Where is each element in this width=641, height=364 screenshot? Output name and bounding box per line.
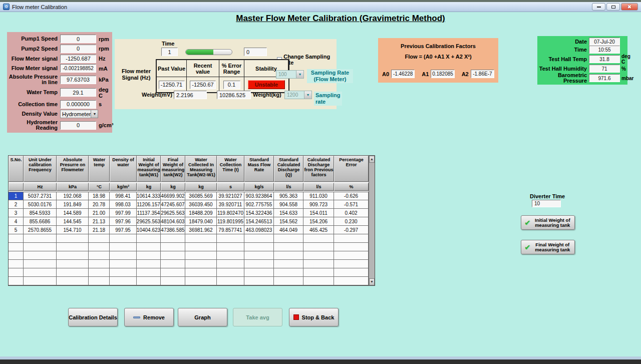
table-cell[interactable]: 905.363 xyxy=(274,192,303,200)
table-cell[interactable]: 36039.450 xyxy=(185,200,217,209)
table-cell[interactable]: 21.13 xyxy=(89,217,110,226)
table-cell[interactable]: 4 xyxy=(9,217,24,226)
table-cell[interactable] xyxy=(9,268,24,277)
table-cell[interactable]: 5030.0176 xyxy=(24,200,57,209)
scroll-up-icon[interactable]: ▲ xyxy=(369,156,375,163)
table-cell[interactable] xyxy=(185,243,217,251)
table-cell[interactable] xyxy=(334,277,369,285)
table-cell[interactable]: 0.402 xyxy=(334,209,369,217)
table-cell[interactable] xyxy=(185,251,217,260)
table-cell[interactable] xyxy=(244,243,274,251)
table-cell[interactable] xyxy=(89,260,110,268)
table-cell[interactable]: 192.068 xyxy=(57,192,89,200)
final-weight-button[interactable]: ✔ Final Weight of measuring tank xyxy=(521,240,575,254)
error-range-input[interactable]: 0.1 xyxy=(223,81,240,89)
table-cell[interactable]: 854.5933 xyxy=(24,209,57,217)
table-cell[interactable]: 46699.902 xyxy=(161,192,185,200)
table-cell[interactable] xyxy=(161,234,185,243)
table-cell[interactable]: 10614.333 xyxy=(137,192,161,200)
table-cell[interactable]: 5 xyxy=(9,226,24,234)
table-cell[interactable]: 463.098023 xyxy=(244,226,274,234)
diverter-time-input[interactable]: 10 xyxy=(532,200,561,207)
table-cell[interactable] xyxy=(244,234,274,243)
table-cell[interactable] xyxy=(217,277,244,285)
table-cell[interactable] xyxy=(274,277,303,285)
table-cell[interactable]: 18488.209 xyxy=(185,209,217,217)
table-cell[interactable] xyxy=(274,243,303,251)
table-cell[interactable]: 11206.157 xyxy=(137,200,161,209)
table-cell[interactable]: -0.571 xyxy=(334,200,369,209)
initial-weight-button[interactable]: ✔ Initial Weight of measuring tank xyxy=(521,215,575,230)
table-cell[interactable] xyxy=(89,243,110,251)
table-cell[interactable] xyxy=(217,251,244,260)
table-cell[interactable] xyxy=(57,268,89,277)
table-cell[interactable] xyxy=(24,251,57,260)
table-cell[interactable] xyxy=(334,268,369,277)
table-cell[interactable]: 464.049 xyxy=(274,226,303,234)
table-cell[interactable]: 2570.8655 xyxy=(24,226,57,234)
table-cell[interactable]: 36981.962 xyxy=(185,226,217,234)
table-cell[interactable] xyxy=(137,277,161,285)
table-cell[interactable] xyxy=(110,260,137,268)
table-cell[interactable] xyxy=(303,243,334,251)
table-cell[interactable]: 119.802470 xyxy=(217,209,244,217)
table-cell[interactable]: 48104.603 xyxy=(161,217,185,226)
sampling-rate-weight-dropdown[interactable]: 1200 ▼ xyxy=(284,91,312,99)
table-cell[interactable] xyxy=(161,277,185,285)
table-cell[interactable] xyxy=(89,251,110,260)
table-cell[interactable] xyxy=(137,260,161,268)
table-cell[interactable]: 144.589 xyxy=(57,209,89,217)
table-cell[interactable] xyxy=(244,277,274,285)
table-cell[interactable]: 154.011 xyxy=(303,209,334,217)
table-cell[interactable]: 998.03 xyxy=(110,200,137,209)
table-cell[interactable] xyxy=(244,251,274,260)
table-cell[interactable] xyxy=(110,268,137,277)
table-cell[interactable] xyxy=(161,260,185,268)
scroll-down-icon[interactable]: ▼ xyxy=(369,278,375,285)
density-value-dropdown[interactable]: Hydrometer ▼ xyxy=(60,110,98,118)
table-cell[interactable] xyxy=(137,268,161,277)
table-cell[interactable]: 1 xyxy=(9,192,24,200)
minimize-button[interactable] xyxy=(592,3,605,11)
stop-back-button[interactable]: Stop & Back xyxy=(289,308,339,326)
table-cell[interactable] xyxy=(137,234,161,243)
take-avg-button[interactable]: Take avg xyxy=(233,308,282,326)
table-cell[interactable] xyxy=(9,277,24,285)
table-cell[interactable] xyxy=(217,243,244,251)
table-cell[interactable]: 18.98 xyxy=(89,192,110,200)
table-cell[interactable]: 997.96 xyxy=(110,217,137,226)
table-cell[interactable] xyxy=(9,234,24,243)
table-cell[interactable]: 36085.569 xyxy=(185,192,217,200)
table-cell[interactable]: 29625.563 xyxy=(161,209,185,217)
table-cell[interactable] xyxy=(89,268,110,277)
table-cell[interactable]: 154.633 xyxy=(274,209,303,217)
chevron-down-icon[interactable]: ▼ xyxy=(304,91,311,99)
table-cell[interactable] xyxy=(57,243,89,251)
table-cell[interactable] xyxy=(185,260,217,268)
table-cell[interactable] xyxy=(110,234,137,243)
table-cell[interactable] xyxy=(110,243,137,251)
table-scrollbar[interactable]: ▲ ▼ xyxy=(369,156,375,285)
table-cell[interactable]: 119.801995 xyxy=(217,217,244,226)
table-cell[interactable] xyxy=(24,243,57,251)
table-cell[interactable] xyxy=(303,260,334,268)
table-cell[interactable] xyxy=(217,268,244,277)
table-cell[interactable] xyxy=(217,260,244,268)
table-cell[interactable] xyxy=(57,260,89,268)
table-cell[interactable] xyxy=(244,260,274,268)
calibration-details-button[interactable]: Calibration Details xyxy=(68,308,118,326)
table-cell[interactable]: 39.921027 xyxy=(217,192,244,200)
table-cell[interactable] xyxy=(334,243,369,251)
table-cell[interactable] xyxy=(244,268,274,277)
table-cell[interactable] xyxy=(89,277,110,285)
table-cell[interactable] xyxy=(334,234,369,243)
table-cell[interactable]: -0.626 xyxy=(334,192,369,200)
table-cell[interactable]: 47245.607 xyxy=(161,200,185,209)
table-cell[interactable] xyxy=(185,268,217,277)
table-cell[interactable]: 10404.623 xyxy=(137,226,161,234)
table-cell[interactable]: 903.923864 xyxy=(244,192,274,200)
table-cell[interactable] xyxy=(185,234,217,243)
table-cell[interactable]: 904.558 xyxy=(274,200,303,209)
table-cell[interactable] xyxy=(24,268,57,277)
table-cell[interactable] xyxy=(274,260,303,268)
